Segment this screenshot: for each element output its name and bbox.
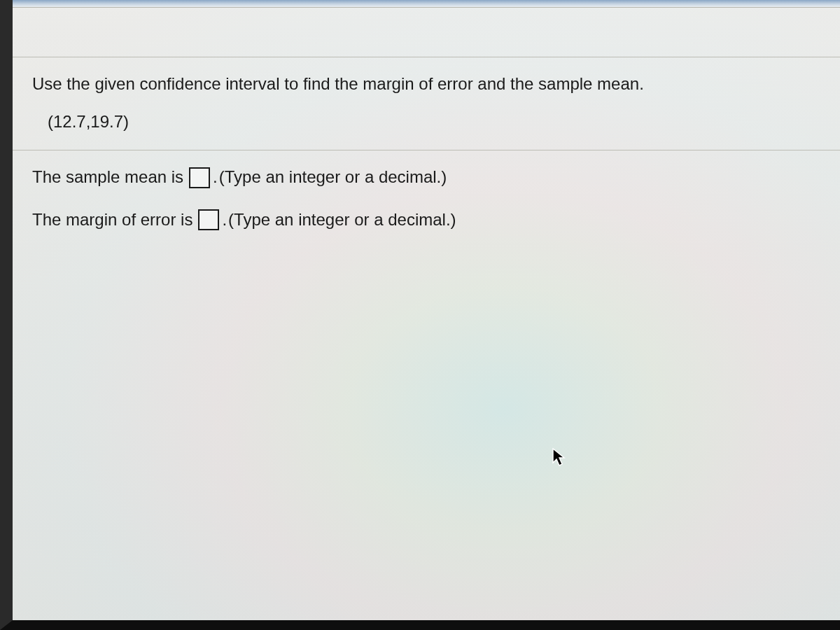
cursor-icon — [552, 448, 567, 468]
margin-of-error-label: The margin of error is — [32, 209, 192, 231]
margin-of-error-hint: (Type an integer or a decimal.) — [228, 209, 456, 231]
header-spacer — [13, 8, 840, 57]
confidence-interval: (12.7,19.7) — [32, 112, 820, 132]
question-block: Use the given confidence interval to fin… — [13, 57, 840, 150]
sample-mean-hint: (Type an integer or a decimal.) — [219, 166, 447, 188]
answers-block: The sample mean is . (Type an integer or… — [13, 150, 840, 231]
margin-of-error-row: The margin of error is . (Type an intege… — [32, 209, 820, 231]
window-top-accent — [13, 0, 840, 8]
sample-mean-label: The sample mean is — [32, 166, 183, 188]
margin-of-error-period: . — [222, 209, 227, 231]
sample-mean-row: The sample mean is . (Type an integer or… — [32, 166, 820, 188]
sample-mean-period: . — [213, 166, 218, 188]
sample-mean-input[interactable] — [189, 167, 210, 188]
margin-of-error-input[interactable] — [198, 209, 219, 230]
svg-marker-0 — [553, 449, 564, 465]
question-prompt: Use the given confidence interval to fin… — [32, 73, 820, 95]
